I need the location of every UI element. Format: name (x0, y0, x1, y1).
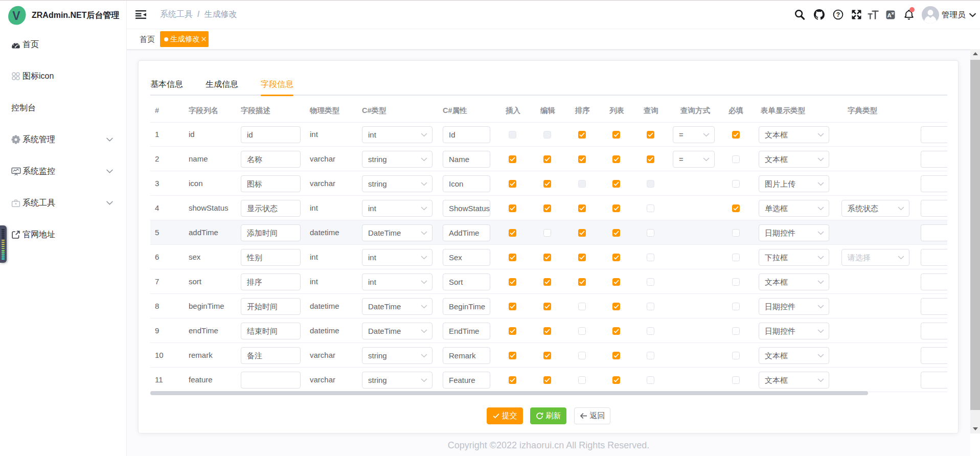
avatar[interactable] (922, 6, 939, 24)
extra-input[interactable] (921, 249, 947, 266)
theme-meter-widget[interactable] (0, 225, 7, 263)
csharp-property-input[interactable]: Icon (443, 175, 490, 192)
description-input[interactable]: 备注 (241, 347, 301, 364)
query-checkbox[interactable] (647, 303, 654, 310)
insert-checkbox[interactable] (509, 376, 516, 384)
query-checkbox[interactable] (647, 204, 654, 212)
bell-button[interactable] (902, 0, 916, 29)
sort-checkbox[interactable] (578, 278, 586, 286)
help-button[interactable]: ? (831, 0, 845, 29)
csharp-property-input[interactable]: Sex (443, 249, 490, 266)
list-checkbox[interactable] (612, 278, 620, 286)
sort-checkbox[interactable] (578, 303, 586, 310)
query-checkbox[interactable] (647, 376, 654, 384)
description-input[interactable]: 显示状态 (241, 200, 301, 217)
required-checkbox[interactable] (732, 155, 740, 163)
description-input[interactable]: 性别 (241, 249, 301, 266)
insert-checkbox[interactable] (509, 131, 516, 139)
required-checkbox[interactable] (732, 327, 740, 335)
required-checkbox[interactable] (732, 229, 740, 237)
csharp-type-select[interactable]: int (362, 200, 432, 217)
list-checkbox[interactable] (612, 352, 620, 359)
sidebar-item-1[interactable]: 首页 (0, 29, 127, 60)
sort-checkbox[interactable] (578, 155, 586, 163)
font-size-button[interactable] (867, 0, 880, 29)
insert-checkbox[interactable] (509, 155, 516, 163)
user-name[interactable]: 管理员 (942, 10, 966, 20)
query-checkbox[interactable] (647, 254, 654, 261)
dict-type-select[interactable]: 系统状态 (841, 200, 909, 217)
required-checkbox[interactable] (732, 278, 740, 286)
refresh-button[interactable]: 刷新 (530, 407, 566, 424)
form-type-select[interactable]: 单选框 (759, 200, 829, 217)
extra-input[interactable] (921, 347, 947, 364)
description-input[interactable]: 图标 (241, 175, 301, 192)
insert-checkbox[interactable] (509, 229, 516, 237)
required-checkbox[interactable] (732, 376, 740, 384)
list-checkbox[interactable] (612, 303, 620, 310)
required-checkbox[interactable] (732, 131, 740, 139)
required-checkbox[interactable] (732, 204, 740, 212)
csharp-property-input[interactable]: Id (443, 126, 490, 143)
fold-sidebar-button[interactable] (135, 10, 146, 19)
tag-close-button[interactable] (201, 36, 207, 42)
csharp-type-select[interactable]: int (362, 249, 432, 266)
list-checkbox[interactable] (612, 131, 620, 139)
sort-checkbox[interactable] (578, 254, 586, 261)
csharp-type-select[interactable]: int (362, 126, 432, 143)
sort-checkbox[interactable] (578, 204, 586, 212)
github-button[interactable] (812, 0, 826, 29)
required-checkbox[interactable] (732, 352, 740, 359)
form-type-select[interactable]: 文本框 (759, 347, 829, 364)
csharp-property-input[interactable]: Name (443, 151, 490, 168)
tag-item[interactable]: 首页 (140, 29, 155, 50)
edit-checkbox[interactable] (543, 204, 551, 212)
csharp-type-select[interactable]: string (362, 372, 432, 389)
insert-checkbox[interactable] (509, 180, 516, 188)
scrollbar-thumb[interactable] (970, 60, 980, 410)
scrollbar-down-arrow[interactable] (973, 427, 978, 430)
form-type-select[interactable]: 文本框 (759, 126, 829, 143)
tab-3[interactable]: 字段信息 (261, 79, 293, 90)
list-checkbox[interactable] (612, 327, 620, 335)
form-type-select[interactable]: 文本框 (759, 151, 829, 168)
sort-checkbox[interactable] (578, 327, 586, 335)
edit-checkbox[interactable] (543, 376, 551, 384)
description-input[interactable]: 结束时间 (241, 323, 301, 339)
query-checkbox[interactable] (647, 229, 654, 237)
search-button[interactable] (793, 0, 806, 29)
csharp-property-input[interactable]: BeginTime (443, 298, 490, 315)
edit-checkbox[interactable] (543, 327, 551, 335)
tag-item-active[interactable]: 生成修改 (160, 31, 209, 47)
csharp-property-input[interactable]: AddTime (443, 224, 490, 241)
insert-checkbox[interactable] (509, 352, 516, 359)
edit-checkbox[interactable] (543, 229, 551, 237)
required-checkbox[interactable] (732, 254, 740, 261)
description-input[interactable]: 名称 (241, 151, 301, 168)
sidebar-item-5[interactable]: 系统监控 (0, 155, 127, 187)
breadcrumb-item[interactable]: 系统工具 (160, 10, 193, 18)
extra-input[interactable] (921, 298, 947, 315)
edit-checkbox[interactable] (543, 254, 551, 261)
edit-checkbox[interactable] (543, 155, 551, 163)
list-checkbox[interactable] (612, 229, 620, 237)
description-input[interactable]: 开始时间 (241, 298, 301, 315)
tab-2[interactable]: 生成信息 (206, 79, 238, 90)
csharp-type-select[interactable]: DateTime (362, 323, 432, 339)
list-checkbox[interactable] (612, 376, 620, 384)
query-mode-select[interactable]: = (673, 151, 715, 168)
insert-checkbox[interactable] (509, 204, 516, 212)
query-checkbox[interactable] (647, 131, 654, 139)
dict-type-select[interactable]: 请选择 (841, 249, 909, 266)
list-checkbox[interactable] (612, 180, 620, 188)
query-checkbox[interactable] (647, 352, 654, 359)
sidebar-item-6[interactable]: 系统工具 (0, 187, 127, 219)
query-checkbox[interactable] (647, 180, 654, 188)
sort-checkbox[interactable] (578, 229, 586, 237)
extra-input[interactable] (921, 175, 947, 192)
required-checkbox[interactable] (732, 180, 740, 188)
description-input[interactable] (241, 372, 301, 389)
form-type-select[interactable]: 下拉框 (759, 249, 829, 266)
form-type-select[interactable]: 文本框 (759, 372, 829, 389)
csharp-type-select[interactable]: string (362, 175, 432, 192)
